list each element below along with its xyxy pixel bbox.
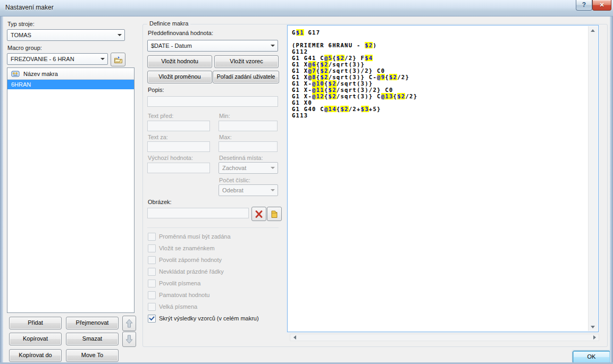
- titlebar[interactable]: Nastavení maker: [0, 0, 613, 16]
- user-entry-order-button[interactable]: Pořadí zadání uživatele: [213, 71, 279, 83]
- insert-value-button[interactable]: Vložit hodnotu: [147, 55, 212, 68]
- text-after-input[interactable]: [147, 141, 210, 152]
- copy-button[interactable]: Kopírovat: [9, 333, 62, 345]
- help-button[interactable]: ?: [576, 0, 592, 11]
- predefined-value: $DATE - Datum: [151, 43, 192, 49]
- checkbox-box: [148, 303, 156, 311]
- image-clear-button[interactable]: [251, 207, 266, 221]
- checkbox-variable-required[interactable]: Proměnná musí být zadána: [148, 231, 282, 242]
- move-to-button[interactable]: Move To: [66, 349, 119, 362]
- min-label: Min:: [219, 113, 230, 119]
- chevron-down-icon: [271, 45, 275, 47]
- description-label: Popis:: [148, 87, 164, 93]
- decimal-places-select[interactable]: Zachovat: [219, 162, 278, 174]
- macro-list: Název makra 6HRAN: [7, 67, 135, 313]
- checkbox-insert-with-sign[interactable]: Vložit se znaménkem: [148, 242, 282, 254]
- chevron-down-icon: [271, 167, 275, 169]
- digit-count-label: Počet číslic:: [219, 177, 250, 183]
- macro-group-label: Macro group:: [7, 45, 42, 51]
- image-path-input[interactable]: [147, 208, 249, 218]
- insert-formula-button[interactable]: Vložit vzorec: [214, 55, 279, 68]
- checkbox-uppercase[interactable]: Velká písmena: [148, 301, 282, 312]
- image-browse-button[interactable]: [267, 207, 282, 221]
- default-value-input[interactable]: [147, 163, 210, 173]
- checkbox-box: [148, 244, 156, 252]
- insert-variable-button[interactable]: Vložit proměnou: [147, 71, 212, 83]
- text-before-input[interactable]: [147, 121, 210, 131]
- help-icon: ?: [582, 1, 586, 9]
- predefined-value-select[interactable]: $DATE - Datum: [147, 40, 278, 52]
- add-button[interactable]: Přidat: [9, 317, 62, 329]
- macro-list-header-label: Název makra: [23, 71, 58, 77]
- max-label: Max:: [219, 134, 232, 140]
- arrow-up-icon: [125, 319, 133, 328]
- scroll-left-button[interactable]: [290, 334, 299, 341]
- folder-icon: [271, 210, 278, 218]
- checkbox-box: [148, 315, 156, 323]
- triangle-down-icon: [591, 326, 595, 328]
- checkbox-box: [148, 233, 156, 241]
- checkbox-box: [148, 291, 156, 299]
- checkbox-skip-empty-lines[interactable]: Nevkládat prázdné řádky: [148, 266, 282, 277]
- delete-button[interactable]: Smazat: [66, 333, 119, 345]
- macro-group-value: FREZOVANIE - 6 HRAN: [11, 56, 74, 62]
- chevron-down-icon: [271, 189, 275, 191]
- chevron-down-icon: [100, 58, 105, 60]
- section-divider: [147, 227, 279, 228]
- predefined-value-label: Předdefinovaná hodnota:: [148, 30, 213, 36]
- window-frame-left: [0, 16, 3, 364]
- checkbox-box: [148, 268, 156, 276]
- digit-count-value: Odebrat: [222, 187, 243, 193]
- macro-list-header[interactable]: Název makra: [7, 68, 134, 80]
- scroll-right-button[interactable]: [590, 334, 599, 341]
- decimal-places-label: Desetinná místa:: [219, 155, 263, 161]
- machine-type-value: TOMAS: [11, 32, 31, 38]
- text-before-label: Text před:: [148, 113, 173, 119]
- digit-count-select[interactable]: Odebrat: [219, 184, 278, 196]
- decimal-places-value: Zachovat: [222, 165, 246, 171]
- ok-button[interactable]: OK: [573, 351, 610, 363]
- min-input[interactable]: [219, 121, 278, 131]
- checkbox-allow-negative-values[interactable]: Povolit záporné hodnoty: [148, 254, 282, 266]
- macro-code-editor[interactable]: G$1 G17 (PRIEMER 6HRANU - $2)G112G1 G41 …: [287, 25, 599, 332]
- scroll-up-button[interactable]: [589, 26, 597, 35]
- machine-type-select[interactable]: TOMAS: [7, 29, 125, 41]
- window-frame-right: [610, 16, 613, 364]
- move-up-button[interactable]: [122, 316, 136, 331]
- triangle-left-icon: [293, 335, 296, 340]
- checkbox-remember-value[interactable]: Pamatovat hodnotu: [148, 289, 282, 301]
- text-after-label: Text za:: [148, 134, 168, 140]
- triangle-right-icon: [593, 335, 596, 340]
- dialog-nastaveni-maker: Nastavení maker ? ✕ Typ stroje: TOMAS Ma…: [0, 0, 613, 364]
- red-x-icon: [255, 210, 263, 218]
- macro-icon: [11, 70, 20, 78]
- description-input[interactable]: [147, 96, 278, 107]
- default-value-label: Výchozí hodnota:: [148, 155, 193, 161]
- copy-to-button[interactable]: Kopírovat do: [9, 349, 62, 362]
- close-button[interactable]: ✕: [592, 0, 611, 11]
- chevron-down-icon: [117, 34, 122, 36]
- macro-group-open-button[interactable]: [111, 53, 125, 66]
- image-label: Obrázek:: [148, 199, 172, 205]
- checkbox-box: [148, 280, 156, 287]
- window-title: Nastavení maker: [5, 4, 54, 11]
- horizontal-scrollbar[interactable]: [290, 334, 599, 341]
- checkbox-allow-letters[interactable]: Povolit písmena: [148, 277, 282, 289]
- machine-type-label: Typ stroje:: [7, 21, 35, 27]
- macro-list-item-6hran[interactable]: 6HRAN: [7, 80, 134, 89]
- move-down-button[interactable]: [122, 332, 136, 347]
- checkbox-hide-formula-results[interactable]: Skrýt výsledky vzorců (v celém makru): [148, 312, 282, 324]
- triangle-up-icon: [591, 29, 595, 32]
- checkbox-box: [148, 256, 156, 264]
- options-checkbox-group: Proměnná musí být zadána Vložit se znamé…: [148, 231, 282, 324]
- scroll-down-button[interactable]: [589, 323, 597, 331]
- macro-group-select[interactable]: FREZOVANIE - 6 HRAN: [7, 53, 108, 65]
- arrow-down-icon: [125, 335, 133, 344]
- vertical-scrollbar[interactable]: [588, 26, 598, 331]
- definition-group-title: Definice makra: [147, 20, 190, 27]
- macro-code-text: G$1 G17 (PRIEMER 6HRANU - $2)G112G1 G41 …: [292, 29, 587, 331]
- open-folder-icon: [114, 56, 123, 64]
- rename-button[interactable]: Přejmenovat: [66, 317, 119, 329]
- max-input[interactable]: [219, 141, 278, 152]
- close-icon: ✕: [599, 2, 604, 8]
